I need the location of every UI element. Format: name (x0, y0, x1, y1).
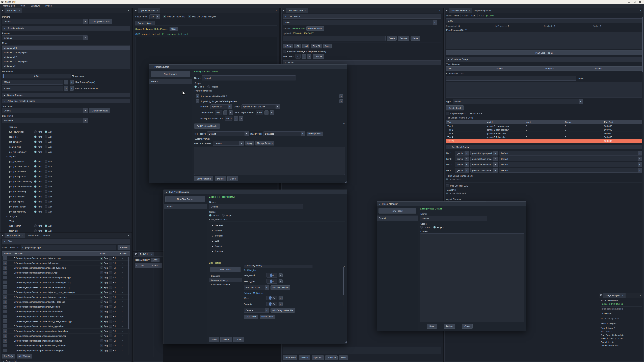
keep-pairs-input[interactable]: 2 (296, 54, 300, 59)
ask-radio[interactable] (44, 195, 47, 198)
save-tool-preset-button[interactable]: Save (209, 337, 219, 342)
menu-item[interactable]: manual slop (3, 4, 15, 7)
auto-radio[interactable] (34, 224, 37, 227)
tab-tool-calls[interactable]: Tool Calls (138, 252, 154, 256)
decrement-button[interactable]: - (64, 80, 68, 84)
auto-radio[interactable] (34, 130, 37, 133)
entry-action-button[interactable]: +All (302, 44, 310, 48)
epic-planning-textarea[interactable] (446, 32, 642, 49)
tab-close-icon[interactable] (622, 294, 624, 297)
maximize-icon[interactable] (634, 1, 636, 3)
truncate-button[interactable]: Truncate (312, 54, 324, 59)
agg-checkbox[interactable] (100, 325, 103, 328)
close-icon[interactable] (639, 1, 641, 3)
delete-preset-button[interactable]: Delete (444, 324, 455, 329)
remove-multiplier-button[interactable] (278, 302, 282, 306)
tier-preset-select[interactable]: Default (499, 168, 642, 173)
auto-radio[interactable] (34, 229, 37, 232)
ask-radio[interactable] (44, 135, 47, 138)
provider-select[interactable]: minimax (2, 35, 88, 40)
pe-history-input[interactable]: 900000 (225, 116, 232, 121)
auto-radio[interactable] (34, 165, 37, 168)
pane-menu-icon[interactable] (282, 8, 286, 13)
remove-file-button[interactable] (3, 285, 7, 289)
profile-list-item[interactable]: Execution-Focused (209, 282, 242, 287)
message-input[interactable] (283, 347, 441, 354)
pop-out-usage-checkbox[interactable] (188, 15, 191, 18)
remove-file-button[interactable] (3, 276, 7, 279)
full-checkbox[interactable] (109, 310, 112, 313)
new-profile-button[interactable]: New Profile (210, 267, 240, 272)
category-override-select[interactable]: General (244, 308, 269, 313)
pe-bias-select[interactable]: Balanced (263, 131, 305, 136)
tab-theme[interactable]: Theme (41, 233, 52, 238)
full-checkbox[interactable] (109, 330, 112, 333)
model-option[interactable]: MiniMax-M2.5-highspeed (2, 50, 130, 55)
auto-radio[interactable] (34, 140, 37, 143)
model-option[interactable]: MiniMax-M2.1-highspeed (2, 59, 130, 64)
full-checkbox[interactable] (109, 339, 112, 342)
add-wildcard-button[interactable]: Add Wildcard (16, 354, 32, 359)
tab-close-icon[interactable] (18, 9, 20, 12)
update-commit-button[interactable]: Update Commit (306, 26, 324, 31)
agg-checkbox[interactable] (100, 310, 103, 313)
full-checkbox[interactable] (109, 296, 112, 299)
new-persona-button[interactable]: New Persona (151, 71, 190, 77)
new-preset-button[interactable]: New Preset (378, 208, 416, 214)
conductor-setup-header[interactable]: Conductor Setup (446, 57, 642, 61)
menu-item[interactable]: View (20, 4, 25, 7)
remove-file-button[interactable] (3, 305, 7, 309)
remove-file-button[interactable] (3, 339, 7, 343)
tool-preset-list-item[interactable]: Default (164, 204, 207, 209)
preset-content-textarea[interactable] (420, 233, 524, 322)
bias-profile-select[interactable]: Balanced (2, 118, 88, 123)
category-row[interactable]: Web (209, 238, 345, 244)
remove-file-button[interactable] (3, 334, 7, 338)
tier-preset-select[interactable]: Default (499, 151, 642, 156)
tool-preset-select[interactable]: Default (2, 108, 88, 113)
remove-file-button[interactable] (3, 261, 7, 265)
auto-add-checkbox[interactable] (283, 50, 286, 53)
add-preferred-model-button[interactable]: Add Preferred Model (194, 123, 220, 129)
track-type-select[interactable]: feature (453, 99, 583, 104)
minimize-icon[interactable] (628, 1, 630, 3)
delete-profile-button[interactable]: Delete Profile (260, 315, 276, 319)
tab-context-hub[interactable]: Context Hub (25, 233, 41, 238)
decrement-button[interactable]: - (224, 110, 228, 115)
pm-name-input[interactable]: Default (420, 216, 487, 221)
delete-persona-button[interactable]: Delete (215, 176, 226, 181)
tier-model-config-header[interactable]: Tier Model Config (446, 145, 642, 149)
profile-list-item[interactable]: Discovery-Heavy (209, 278, 242, 282)
pop-out-task-dag-checkbox[interactable] (446, 184, 449, 187)
slider-handle[interactable] (269, 296, 271, 300)
pane-menu-icon[interactable] (134, 8, 138, 13)
ask-radio[interactable] (44, 145, 47, 148)
auto-radio[interactable] (34, 190, 37, 193)
close-tpm-button[interactable]: Close (233, 337, 244, 342)
remove-file-button[interactable] (3, 281, 7, 284)
preset-manager-titlebar[interactable]: Preset Manager (377, 202, 526, 206)
tier-provider-select[interactable]: gemini (455, 168, 469, 173)
pe-provider-select[interactable]: gemini_cli (210, 104, 232, 109)
pane-menu-icon[interactable] (0, 8, 4, 13)
paths-tab-label[interactable]: Paths (2, 246, 8, 249)
remove-file-button[interactable] (3, 295, 7, 299)
agg-checkbox[interactable] (100, 291, 103, 294)
tier-provider-select[interactable]: gemini (455, 157, 469, 161)
save-preset-button[interactable]: Save (427, 324, 437, 329)
model-option[interactable]: MiniMax-M2.1 (2, 55, 130, 59)
category-row[interactable]: General (209, 223, 345, 228)
ask-radio[interactable] (44, 130, 47, 133)
track-name-input[interactable] (446, 76, 576, 81)
full-checkbox[interactable] (109, 257, 112, 260)
remove-file-button[interactable] (3, 324, 7, 328)
active-presets-header[interactable]: Active Tool Presets & Biases (2, 99, 130, 103)
agg-checkbox[interactable] (100, 305, 103, 308)
remove-file-button[interactable] (3, 256, 7, 260)
increment-button[interactable]: + (307, 54, 311, 59)
roles-header[interactable]: Roles (283, 60, 441, 65)
tab-close-icon[interactable] (156, 9, 158, 12)
increment-button[interactable]: + (239, 116, 243, 121)
tab-close-icon[interactable] (21, 234, 23, 237)
remove-model-button[interactable] (339, 94, 343, 98)
